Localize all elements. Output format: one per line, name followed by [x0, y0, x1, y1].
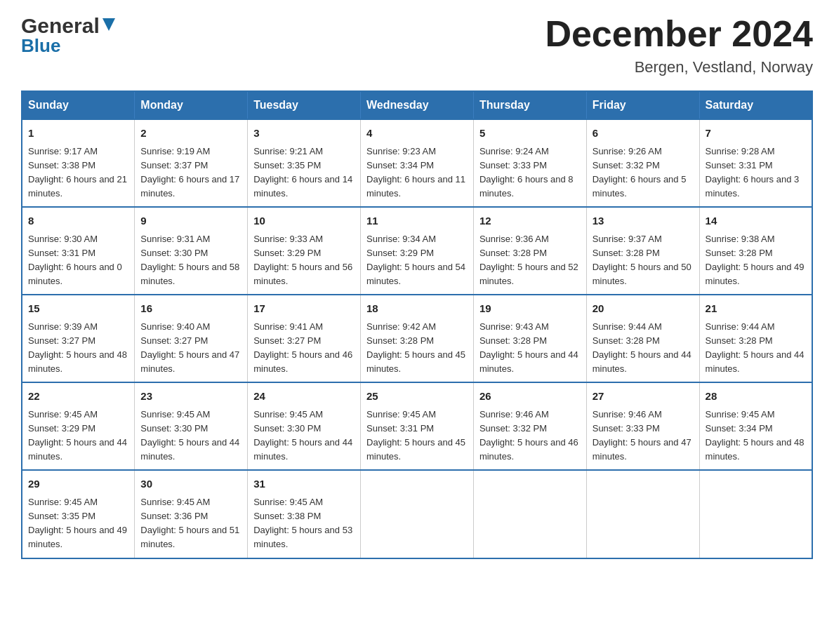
page-header: General Blue December 2024 Bergen, Vestl… [21, 14, 813, 76]
calendar-week-row: 29 Sunrise: 9:45 AMSunset: 3:35 PMDaylig… [22, 470, 812, 558]
day-info: Sunrise: 9:45 AMSunset: 3:35 PMDaylight:… [28, 495, 128, 552]
header-wednesday: Wednesday [361, 91, 474, 119]
day-info: Sunrise: 9:45 AMSunset: 3:31 PMDaylight:… [366, 408, 468, 464]
calendar-day-cell: 14 Sunrise: 9:38 AMSunset: 3:28 PMDaylig… [699, 207, 812, 295]
calendar-header-row: Sunday Monday Tuesday Wednesday Thursday… [22, 91, 812, 119]
day-number: 21 [706, 301, 806, 317]
day-number: 22 [28, 389, 128, 405]
title-block: December 2024 Bergen, Vestland, Norway [545, 14, 813, 76]
day-info: Sunrise: 9:42 AMSunset: 3:28 PMDaylight:… [366, 320, 468, 377]
day-number: 8 [28, 213, 128, 229]
day-info: Sunrise: 9:41 AMSunset: 3:27 PMDaylight:… [253, 320, 355, 377]
calendar-day-cell [699, 470, 812, 558]
day-info: Sunrise: 9:45 AMSunset: 3:29 PMDaylight:… [28, 408, 128, 464]
day-number: 15 [28, 301, 128, 317]
day-info: Sunrise: 9:26 AMSunset: 3:32 PMDaylight:… [593, 145, 694, 201]
header-saturday: Saturday [699, 91, 812, 119]
day-number: 17 [253, 301, 355, 317]
day-info: Sunrise: 9:28 AMSunset: 3:31 PMDaylight:… [706, 145, 806, 201]
day-number: 20 [593, 301, 694, 317]
calendar-day-cell: 18 Sunrise: 9:42 AMSunset: 3:28 PMDaylig… [361, 295, 474, 382]
day-info: Sunrise: 9:46 AMSunset: 3:33 PMDaylight:… [593, 408, 694, 464]
day-info: Sunrise: 9:24 AMSunset: 3:33 PMDaylight:… [479, 145, 581, 201]
day-info: Sunrise: 9:17 AMSunset: 3:38 PMDaylight:… [28, 145, 128, 201]
day-number: 31 [253, 476, 355, 492]
day-number: 24 [253, 389, 355, 405]
day-number: 19 [479, 301, 581, 317]
calendar-day-cell: 5 Sunrise: 9:24 AMSunset: 3:33 PMDayligh… [473, 119, 586, 207]
calendar-day-cell: 1 Sunrise: 9:17 AMSunset: 3:38 PMDayligh… [22, 119, 135, 207]
calendar-day-cell: 10 Sunrise: 9:33 AMSunset: 3:29 PMDaylig… [248, 207, 361, 295]
calendar-day-cell: 19 Sunrise: 9:43 AMSunset: 3:28 PMDaylig… [473, 295, 586, 382]
day-number: 16 [140, 301, 241, 317]
calendar-day-cell: 30 Sunrise: 9:45 AMSunset: 3:36 PMDaylig… [135, 470, 248, 558]
day-info: Sunrise: 9:45 AMSunset: 3:30 PMDaylight:… [253, 408, 355, 464]
header-thursday: Thursday [473, 91, 586, 119]
logo-arrow-icon [101, 17, 117, 32]
calendar-day-cell: 11 Sunrise: 9:34 AMSunset: 3:29 PMDaylig… [361, 207, 474, 295]
calendar-day-cell: 9 Sunrise: 9:31 AMSunset: 3:30 PMDayligh… [135, 207, 248, 295]
day-info: Sunrise: 9:31 AMSunset: 3:30 PMDaylight:… [140, 232, 241, 289]
calendar-day-cell: 16 Sunrise: 9:40 AMSunset: 3:27 PMDaylig… [135, 295, 248, 382]
logo-blue-text: Blue [21, 35, 60, 57]
day-number: 30 [140, 476, 241, 492]
day-info: Sunrise: 9:45 AMSunset: 3:34 PMDaylight:… [706, 408, 806, 464]
day-number: 23 [140, 389, 241, 405]
day-info: Sunrise: 9:40 AMSunset: 3:27 PMDaylight:… [140, 320, 241, 377]
day-number: 9 [140, 213, 241, 229]
calendar-week-row: 15 Sunrise: 9:39 AMSunset: 3:27 PMDaylig… [22, 295, 812, 382]
header-sunday: Sunday [22, 91, 135, 119]
day-info: Sunrise: 9:21 AMSunset: 3:35 PMDaylight:… [253, 145, 355, 201]
day-number: 5 [479, 126, 581, 142]
header-friday: Friday [586, 91, 699, 119]
logo-general-text: General [21, 14, 100, 38]
day-number: 26 [479, 389, 581, 405]
day-info: Sunrise: 9:43 AMSunset: 3:28 PMDaylight:… [479, 320, 581, 377]
main-title: December 2024 [545, 14, 813, 54]
day-info: Sunrise: 9:44 AMSunset: 3:28 PMDaylight:… [706, 320, 806, 377]
calendar-day-cell [586, 470, 699, 558]
day-number: 2 [140, 126, 241, 142]
calendar-week-row: 8 Sunrise: 9:30 AMSunset: 3:31 PMDayligh… [22, 207, 812, 295]
calendar-day-cell: 2 Sunrise: 9:19 AMSunset: 3:37 PMDayligh… [135, 119, 248, 207]
day-info: Sunrise: 9:45 AMSunset: 3:36 PMDaylight:… [140, 495, 241, 552]
day-info: Sunrise: 9:36 AMSunset: 3:28 PMDaylight:… [479, 232, 581, 289]
day-number: 3 [253, 126, 355, 142]
day-number: 29 [28, 476, 128, 492]
calendar-day-cell: 31 Sunrise: 9:45 AMSunset: 3:38 PMDaylig… [248, 470, 361, 558]
calendar-day-cell: 27 Sunrise: 9:46 AMSunset: 3:33 PMDaylig… [586, 382, 699, 470]
calendar-day-cell: 22 Sunrise: 9:45 AMSunset: 3:29 PMDaylig… [22, 382, 135, 470]
day-info: Sunrise: 9:38 AMSunset: 3:28 PMDaylight:… [706, 232, 806, 289]
day-info: Sunrise: 9:37 AMSunset: 3:28 PMDaylight:… [593, 232, 694, 289]
day-info: Sunrise: 9:33 AMSunset: 3:29 PMDaylight:… [253, 232, 355, 289]
day-info: Sunrise: 9:34 AMSunset: 3:29 PMDaylight:… [366, 232, 468, 289]
calendar-day-cell: 7 Sunrise: 9:28 AMSunset: 3:31 PMDayligh… [699, 119, 812, 207]
day-number: 27 [593, 389, 694, 405]
calendar-day-cell: 29 Sunrise: 9:45 AMSunset: 3:35 PMDaylig… [22, 470, 135, 558]
calendar-day-cell: 20 Sunrise: 9:44 AMSunset: 3:28 PMDaylig… [586, 295, 699, 382]
day-number: 11 [366, 213, 468, 229]
header-tuesday: Tuesday [248, 91, 361, 119]
calendar-day-cell: 3 Sunrise: 9:21 AMSunset: 3:35 PMDayligh… [248, 119, 361, 207]
day-number: 10 [253, 213, 355, 229]
calendar-day-cell: 12 Sunrise: 9:36 AMSunset: 3:28 PMDaylig… [473, 207, 586, 295]
day-number: 18 [366, 301, 468, 317]
calendar-day-cell: 6 Sunrise: 9:26 AMSunset: 3:32 PMDayligh… [586, 119, 699, 207]
day-number: 1 [28, 126, 128, 142]
calendar-day-cell: 24 Sunrise: 9:45 AMSunset: 3:30 PMDaylig… [248, 382, 361, 470]
day-number: 6 [593, 126, 694, 142]
calendar-week-row: 1 Sunrise: 9:17 AMSunset: 3:38 PMDayligh… [22, 119, 812, 207]
day-info: Sunrise: 9:19 AMSunset: 3:37 PMDaylight:… [140, 145, 241, 201]
calendar-day-cell: 17 Sunrise: 9:41 AMSunset: 3:27 PMDaylig… [248, 295, 361, 382]
svg-marker-0 [102, 18, 115, 31]
day-number: 7 [706, 126, 806, 142]
calendar-day-cell: 25 Sunrise: 9:45 AMSunset: 3:31 PMDaylig… [361, 382, 474, 470]
day-info: Sunrise: 9:46 AMSunset: 3:32 PMDaylight:… [479, 408, 581, 464]
calendar-day-cell: 23 Sunrise: 9:45 AMSunset: 3:30 PMDaylig… [135, 382, 248, 470]
day-number: 28 [706, 389, 806, 405]
calendar-day-cell: 4 Sunrise: 9:23 AMSunset: 3:34 PMDayligh… [361, 119, 474, 207]
calendar-day-cell: 26 Sunrise: 9:46 AMSunset: 3:32 PMDaylig… [473, 382, 586, 470]
day-number: 4 [366, 126, 468, 142]
calendar-day-cell [361, 470, 474, 558]
header-monday: Monday [135, 91, 248, 119]
